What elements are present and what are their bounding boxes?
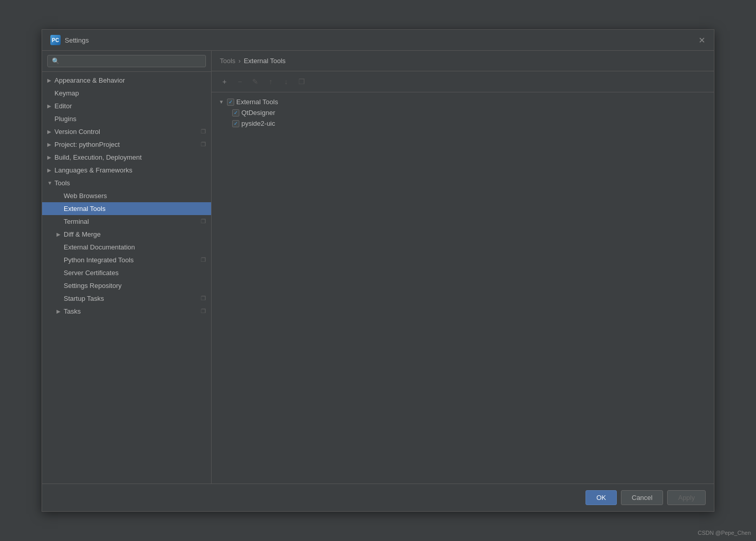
sidebar-item-label: Build, Execution, Deployment [54, 153, 206, 161]
sidebar-item-appearance[interactable]: ▶ Appearance & Behavior [42, 74, 211, 87]
sidebar-item-python-tools[interactable]: Python Integrated Tools ❐ [42, 254, 211, 266]
remove-button[interactable]: − [233, 75, 247, 88]
sidebar-item-label: Diff & Merge [64, 230, 206, 238]
sidebar-item-tasks[interactable]: ▶ Tasks ❐ [42, 305, 211, 318]
chevron-right-icon: ▶ [47, 142, 54, 147]
sidebar-item-diff-merge[interactable]: ▶ Diff & Merge [42, 228, 211, 241]
chevron-right-icon: ▶ [47, 103, 54, 109]
pyside2-checkbox[interactable]: ✓ [232, 120, 239, 127]
edit-button[interactable]: ✎ [249, 75, 262, 88]
chevron-right-icon: ▶ [47, 129, 54, 134]
nav-tree: ▶ Appearance & Behavior Keymap ▶ Editor … [42, 72, 211, 484]
copy-icon: ❐ [201, 295, 206, 302]
add-button[interactable]: + [218, 75, 231, 88]
dialog-body: ▶ Appearance & Behavior Keymap ▶ Editor … [42, 51, 714, 484]
sidebar-item-startup-tasks[interactable]: Startup Tasks ❐ [42, 292, 211, 305]
copy-icon: ❐ [201, 218, 206, 225]
root-checkbox[interactable]: ✓ [227, 99, 234, 106]
sidebar-item-web-browsers[interactable]: Web Browsers [42, 189, 211, 202]
tree-root-label: External Tools [236, 98, 278, 106]
toolbar: + − ✎ ↑ ↓ ❐ [212, 71, 714, 92]
sidebar-item-label: Settings Repository [64, 282, 206, 289]
breadcrumb: Tools › External Tools [212, 51, 714, 71]
sidebar-item-label: Python Integrated Tools [64, 256, 201, 264]
sidebar-item-label: Server Certificates [64, 269, 206, 277]
apply-button[interactable]: Apply [667, 490, 706, 505]
sidebar-item-external-tools[interactable]: External Tools [42, 202, 211, 215]
sidebar-item-keymap[interactable]: Keymap [42, 87, 211, 100]
copy-icon: ❐ [201, 141, 206, 148]
tree-root-row[interactable]: ▼ ✓ External Tools [216, 96, 710, 107]
copy-icon: ❐ [201, 257, 206, 263]
sidebar-item-plugins[interactable]: Plugins [42, 112, 211, 125]
sidebar-item-tools[interactable]: ▼ Tools [42, 177, 211, 189]
sidebar-item-ext-docs[interactable]: External Documentation [42, 241, 211, 254]
tree-child-qtdesigner[interactable]: ✓ QtDesigner [216, 107, 710, 118]
tree-child-pyside2[interactable]: ✓ pyside2-uic [216, 118, 710, 129]
chevron-down-icon: ▼ [219, 99, 225, 105]
chevron-down-icon: ▼ [47, 180, 54, 186]
cancel-button[interactable]: Cancel [621, 490, 663, 505]
qtdesigner-checkbox[interactable]: ✓ [232, 109, 239, 117]
settings-dialog: PC Settings ✕ ▶ Appearance & Behavior Ke… [42, 29, 714, 512]
chevron-right-icon: ▶ [56, 308, 64, 314]
copy-icon: ❐ [201, 128, 206, 135]
sidebar-item-version-control[interactable]: ▶ Version Control ❐ [42, 125, 211, 138]
sidebar-item-languages[interactable]: ▶ Languages & Frameworks [42, 164, 211, 177]
sidebar-item-label: Editor [54, 102, 206, 110]
sidebar-item-settings-repo[interactable]: Settings Repository [42, 279, 211, 292]
title-bar: PC Settings ✕ [42, 30, 714, 51]
sidebar: ▶ Appearance & Behavior Keymap ▶ Editor … [42, 51, 212, 484]
app-icon: PC [50, 35, 61, 45]
sidebar-item-label: Plugins [54, 115, 206, 123]
search-input[interactable] [47, 55, 206, 67]
sidebar-item-label: External Tools [64, 205, 206, 212]
copy-icon: ❐ [201, 308, 206, 315]
move-down-button[interactable]: ↓ [279, 75, 293, 88]
ok-button[interactable]: OK [585, 490, 617, 505]
move-up-button[interactable]: ↑ [264, 75, 277, 88]
chevron-right-icon: ▶ [47, 154, 54, 160]
sidebar-item-label: Appearance & Behavior [54, 76, 206, 84]
sidebar-item-label: Terminal [64, 218, 201, 225]
sidebar-item-label: Tools [54, 179, 206, 187]
sidebar-item-terminal[interactable]: Terminal ❐ [42, 215, 211, 228]
sidebar-item-project[interactable]: ▶ Project: pythonProject ❐ [42, 138, 211, 151]
breadcrumb-parent: Tools [220, 57, 235, 65]
chevron-right-icon: ▶ [56, 231, 64, 237]
sidebar-item-editor[interactable]: ▶ Editor [42, 100, 211, 112]
sidebar-item-label: External Documentation [64, 243, 206, 251]
chevron-right-icon: ▶ [47, 167, 54, 173]
breadcrumb-separator: › [238, 57, 240, 65]
tree-child-label: QtDesigner [241, 109, 275, 117]
main-content: Tools › External Tools + − ✎ ↑ ↓ ❐ ▼ [212, 51, 714, 484]
dialog-title: Settings [65, 36, 89, 44]
watermark: CSDN @Pepe_Chen [698, 530, 751, 536]
sidebar-item-server-certs[interactable]: Server Certificates [42, 266, 211, 279]
search-box [42, 51, 211, 72]
tree-area: ▼ ✓ External Tools ✓ QtDesigner ✓ pyside… [212, 92, 714, 484]
close-button[interactable]: ✕ [697, 36, 706, 44]
footer: OK Cancel Apply [42, 484, 714, 511]
title-bar-left: PC Settings [50, 35, 89, 45]
sidebar-item-label: Project: pythonProject [54, 141, 201, 148]
sidebar-item-label: Version Control [54, 128, 201, 136]
tree-root: ▼ ✓ External Tools ✓ QtDesigner ✓ pyside… [216, 96, 710, 129]
sidebar-item-label: Keymap [54, 89, 206, 97]
chevron-right-icon: ▶ [47, 78, 54, 83]
tree-child-label: pyside2-uic [241, 120, 275, 127]
sidebar-item-label: Languages & Frameworks [54, 166, 206, 174]
copy-button[interactable]: ❐ [295, 75, 308, 88]
sidebar-item-label: Web Browsers [64, 192, 206, 200]
breadcrumb-current: External Tools [244, 57, 286, 65]
sidebar-item-build[interactable]: ▶ Build, Execution, Deployment [42, 151, 211, 164]
sidebar-item-label: Tasks [64, 307, 201, 315]
sidebar-item-label: Startup Tasks [64, 295, 201, 302]
